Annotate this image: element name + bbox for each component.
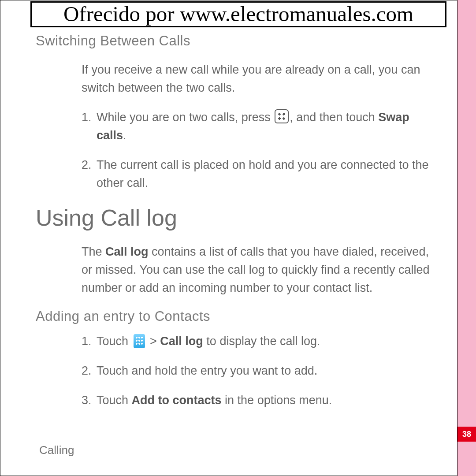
addcontact-step-2: Touch and hold the entry you want to add… bbox=[82, 362, 433, 380]
switching-step-2: The current call is placed on hold and y… bbox=[82, 156, 433, 192]
heading-call-log: Using Call log bbox=[36, 205, 444, 231]
addcontact-step-1: Touch > Call log to display the call log… bbox=[82, 332, 433, 350]
text: Touch bbox=[97, 394, 132, 407]
text: Touch bbox=[97, 335, 132, 348]
text: to display the call log. bbox=[203, 335, 320, 348]
dialer-app-icon bbox=[134, 334, 145, 348]
switching-intro: If you receive a new call while you are … bbox=[82, 61, 433, 97]
source-banner: Ofrecido por www.electromanuales.com bbox=[30, 1, 446, 27]
addcontact-step-3: Touch Add to contacts in the options men… bbox=[82, 391, 433, 409]
section-calllog-body: The Call log contains a list of calls th… bbox=[82, 243, 433, 297]
section-footer-label: Calling bbox=[39, 443, 74, 457]
text: in the options menu. bbox=[222, 394, 332, 407]
heading-switching-calls: Switching Between Calls bbox=[36, 33, 444, 49]
text: > bbox=[147, 335, 160, 348]
text: While you are on two calls, press bbox=[97, 111, 274, 124]
menu-key-icon bbox=[275, 109, 289, 123]
switching-step-1: While you are on two calls, press , and … bbox=[82, 108, 433, 145]
text: The bbox=[82, 245, 105, 258]
add-to-contacts-label: Add to contacts bbox=[132, 394, 222, 407]
text: , and then touch bbox=[290, 111, 378, 124]
section-addcontact-body: Touch > Call log to display the call log… bbox=[82, 332, 433, 409]
text: . bbox=[123, 129, 126, 142]
switching-steps: While you are on two calls, press , and … bbox=[82, 108, 433, 192]
manual-page: Ofrecido por www.electromanuales.com Swi… bbox=[0, 0, 457, 476]
side-tab-bar bbox=[457, 0, 476, 476]
call-log-label: Call log bbox=[105, 245, 149, 258]
section-switching-body: If you receive a new call while you are … bbox=[82, 61, 433, 192]
call-log-menu-label: Call log bbox=[160, 335, 203, 348]
page-content: Switching Between Calls If you receive a… bbox=[36, 33, 444, 409]
addcontact-steps: Touch > Call log to display the call log… bbox=[82, 332, 433, 409]
heading-add-contact: Adding an entry to Contacts bbox=[36, 309, 444, 324]
calllog-intro: The Call log contains a list of calls th… bbox=[82, 243, 433, 297]
page-number-badge: 38 bbox=[457, 427, 476, 442]
